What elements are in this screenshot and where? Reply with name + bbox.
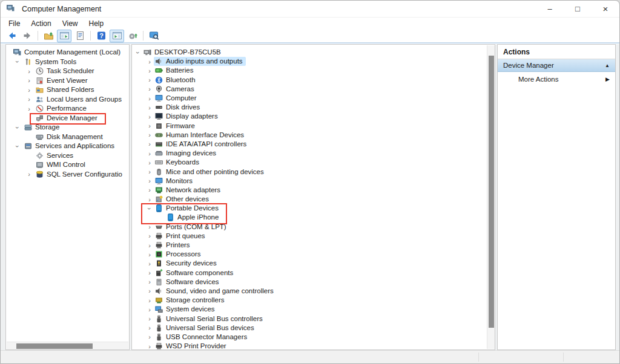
tree-item-storage[interactable]: ›Storage <box>6 123 129 132</box>
expander-chevron-icon[interactable]: › <box>24 106 35 112</box>
tree-item-content[interactable]: Disk drives <box>154 103 203 112</box>
expander-chevron-icon[interactable]: › <box>145 297 154 304</box>
tree-item-content[interactable]: Other devices <box>154 195 212 204</box>
expander-chevron-icon[interactable]: › <box>145 151 154 157</box>
tree-item-content[interactable]: Network adapters <box>154 186 223 195</box>
tree-item-content[interactable]: Universal Serial Bus devices <box>154 323 257 333</box>
tree-item-content[interactable]: Shared Folders <box>35 85 97 94</box>
tree-item-keyboards[interactable]: ›Keyboards <box>132 158 495 167</box>
minimize-button[interactable]: – <box>536 1 564 17</box>
tree-item-content[interactable]: Apple iPhone <box>165 213 222 222</box>
tree-item-content[interactable]: Human Interface Devices <box>154 131 247 140</box>
tree-item-firmware[interactable]: ›Firmware <box>132 122 495 131</box>
tree-item-content[interactable]: Portable Devices <box>154 204 222 213</box>
tree-item-cameras[interactable]: ›Cameras <box>132 85 495 94</box>
tree-item-content[interactable]: System Tools <box>23 57 79 67</box>
collapse-triangle-icon[interactable]: ▲ <box>605 63 610 68</box>
tree-item-ports-com-lpt[interactable]: ›Ports (COM & LPT) <box>132 223 495 232</box>
tree-item-apple-iphone[interactable]: Apple iPhone <box>132 213 495 222</box>
expander-chevron-icon[interactable]: › <box>24 68 35 74</box>
horizontal-scrollbar-thumb[interactable] <box>16 343 93 349</box>
expander-chevron-icon[interactable]: › <box>145 316 154 322</box>
tree-item-portable-devices[interactable]: ›Portable Devices <box>132 204 495 213</box>
tree-item-universal-serial-bus-controllers[interactable]: ›Universal Serial Bus controllers <box>132 314 495 323</box>
tree-item-content[interactable]: Computer <box>154 94 200 103</box>
expander-chevron-icon[interactable]: › <box>145 197 154 203</box>
tree-item-content[interactable]: DESKTOP-B75CU5B <box>142 48 224 57</box>
tree-item-system-tools[interactable]: ›System Tools <box>6 57 129 67</box>
expander-chevron-icon[interactable]: › <box>15 141 21 152</box>
expander-chevron-icon[interactable]: › <box>15 122 21 133</box>
expander-chevron-icon[interactable]: › <box>145 288 154 294</box>
tree-item-mice-and-other-pointing-devices[interactable]: ›Mice and other pointing devices <box>132 167 495 176</box>
expander-chevron-icon[interactable]: › <box>145 233 154 239</box>
tree-item-content[interactable]: Disk Management <box>35 132 106 141</box>
expander-chevron-icon[interactable]: › <box>145 160 154 166</box>
tree-item-system-devices[interactable]: ›System devices <box>132 305 495 314</box>
menu-help[interactable]: Help <box>84 18 110 29</box>
tree-item-content[interactable]: WMI Control <box>35 160 88 169</box>
expander-chevron-icon[interactable]: › <box>15 56 21 67</box>
tree-item-content[interactable]: Print queues <box>154 232 208 241</box>
expander-chevron-icon[interactable]: › <box>145 96 154 102</box>
tree-item-content[interactable]: USB Connector Managers <box>154 333 250 342</box>
expander-chevron-icon[interactable]: › <box>145 59 154 65</box>
tree-item-content[interactable]: IDE ATA/ATAPI controllers <box>154 140 249 149</box>
tree-item-disk-management[interactable]: Disk Management <box>6 132 129 142</box>
tree-item-content[interactable]: Services <box>35 151 76 160</box>
tree-item-processors[interactable]: ›Processors <box>132 250 495 259</box>
tree-item-services[interactable]: Services <box>6 151 129 161</box>
expander-chevron-icon[interactable]: › <box>145 77 154 83</box>
expander-chevron-icon[interactable]: › <box>24 77 35 83</box>
expander-chevron-icon[interactable]: › <box>145 252 154 258</box>
properties-button[interactable] <box>73 30 87 42</box>
tree-item-software-components[interactable]: ›Software components <box>132 268 495 278</box>
tree-item-content[interactable]: Monitors <box>154 177 196 186</box>
expander-chevron-icon[interactable]: › <box>145 132 154 138</box>
tree-item-ide-ata-atapi-controllers[interactable]: ›IDE ATA/ATAPI controllers <box>132 140 495 149</box>
tree-item-content[interactable]: Display adapters <box>154 112 221 121</box>
tree-item-event-viewer[interactable]: ›Event Viewer <box>6 76 129 86</box>
tree-item-services-and-applications[interactable]: ›Services and Applications <box>6 141 129 151</box>
tree-item-content[interactable]: Cameras <box>154 85 197 94</box>
tree-item-content[interactable]: Firmware <box>154 122 198 131</box>
tree-item-display-adapters[interactable]: ›Display adapters <box>132 112 495 121</box>
tree-item-content[interactable]: Software components <box>154 268 236 278</box>
scan-hardware-button[interactable] <box>147 30 161 42</box>
expander-chevron-icon[interactable]: › <box>145 105 154 111</box>
expander-chevron-icon[interactable]: › <box>145 187 154 193</box>
tree-item-network-adapters[interactable]: ›Network adapters <box>132 186 495 195</box>
expander-chevron-icon[interactable]: › <box>145 261 154 267</box>
vertical-scrollbar[interactable] <box>487 45 495 349</box>
forward-button[interactable] <box>20 30 35 42</box>
expander-chevron-icon[interactable]: › <box>147 204 153 213</box>
tree-item-wmi-control[interactable]: WMI Control <box>6 160 129 170</box>
expander-chevron-icon[interactable]: › <box>145 169 154 175</box>
tree-item-sound-video-and-game-controllers[interactable]: ›Sound, video and game controllers <box>132 287 495 296</box>
tree-item-shared-folders[interactable]: ›Shared Folders <box>6 85 129 95</box>
tree-item-usb-connector-managers[interactable]: ›USB Connector Managers <box>132 333 495 342</box>
tree-item-universal-serial-bus-devices[interactable]: ›Universal Serial Bus devices <box>132 323 495 333</box>
expander-chevron-icon[interactable]: › <box>145 307 154 313</box>
tree-item-content[interactable]: Sound, video and game controllers <box>154 287 277 296</box>
menu-view[interactable]: View <box>57 18 84 29</box>
horizontal-scrollbar[interactable] <box>7 342 128 349</box>
tree-item-content[interactable]: Printers <box>154 241 193 250</box>
tree-item-human-interface-devices[interactable]: ›Human Interface Devices <box>132 131 495 140</box>
tree-item-storage-controllers[interactable]: ›Storage controllers <box>132 296 495 305</box>
expander-chevron-icon[interactable]: › <box>145 68 154 74</box>
tree-item-desktop-b75cu5b[interactable]: ›DESKTOP-B75CU5B <box>132 48 495 57</box>
expander-chevron-icon[interactable]: › <box>24 96 35 102</box>
tree-item-computer[interactable]: ›Computer <box>132 94 495 103</box>
menu-action[interactable]: Action <box>25 18 56 29</box>
tree-item-software-devices[interactable]: ›Software devices <box>132 278 495 287</box>
expander-chevron-icon[interactable]: › <box>145 123 154 129</box>
tree-item-disk-drives[interactable]: ›Disk drives <box>132 103 495 112</box>
tree-item-other-devices[interactable]: ›Other devices <box>132 195 495 204</box>
tree-item-content[interactable]: Storage controllers <box>154 296 228 305</box>
expander-chevron-icon[interactable]: › <box>145 343 154 349</box>
expander-chevron-icon[interactable]: › <box>145 86 154 92</box>
tree-item-content[interactable]: Audio inputs and outputs <box>154 57 246 66</box>
tree-item-content[interactable]: Computer Management (Local) <box>12 48 124 57</box>
expander-chevron-icon[interactable]: › <box>145 334 154 340</box>
